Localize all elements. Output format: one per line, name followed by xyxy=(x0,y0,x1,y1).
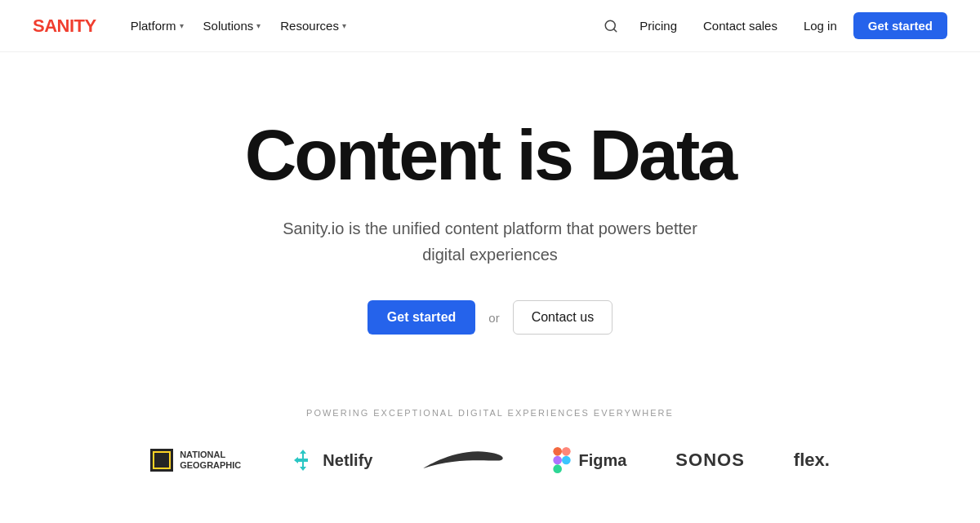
svg-point-6 xyxy=(562,456,571,465)
netlify-text: Netlify xyxy=(323,451,372,470)
search-button[interactable] xyxy=(599,14,623,38)
nav-solutions-label: Solutions xyxy=(203,19,254,33)
contact-sales-link[interactable]: Contact sales xyxy=(693,14,787,38)
nav-platform-label: Platform xyxy=(131,19,176,33)
natgeo-icon xyxy=(150,449,173,472)
nike-logo xyxy=(421,444,503,476)
nike-swoosh-icon xyxy=(421,444,503,476)
netlify-icon xyxy=(290,447,316,473)
figma-logo: Figma xyxy=(552,447,626,473)
hero-actions: Get started or Contact us xyxy=(368,300,612,335)
chevron-down-icon: ▾ xyxy=(342,21,346,30)
login-link[interactable]: Log in xyxy=(794,14,847,38)
contact-us-button[interactable]: Contact us xyxy=(513,300,612,335)
nav-item-resources[interactable]: Resources ▾ xyxy=(272,14,354,38)
figma-icon xyxy=(552,447,572,473)
nav-resources-label: Resources xyxy=(280,19,339,33)
get-started-button-header[interactable]: Get started xyxy=(853,12,947,39)
logos-section: POWERING EXCEPTIONAL DIGITAL EXPERIENCES… xyxy=(0,383,980,509)
nav-item-platform[interactable]: Platform ▾ xyxy=(122,14,192,38)
national-geographic-logo: NATIONALGEOGRAPHIC xyxy=(150,449,241,472)
logos-label: POWERING EXCEPTIONAL DIGITAL EXPERIENCES… xyxy=(33,408,947,418)
pricing-link[interactable]: Pricing xyxy=(630,14,687,38)
sonos-text: SONOS xyxy=(675,450,744,471)
or-text: or xyxy=(488,311,499,325)
header-right: Pricing Contact sales Log in Get started xyxy=(599,12,947,39)
nav-item-solutions[interactable]: Solutions ▾ xyxy=(195,14,270,38)
svg-rect-5 xyxy=(554,465,563,474)
chevron-down-icon: ▾ xyxy=(256,21,261,30)
sonos-logo: SONOS xyxy=(675,450,744,471)
netlify-logo: Netlify xyxy=(290,447,372,473)
header: SANITY Platform ▾ Solutions ▾ Resources … xyxy=(0,0,980,52)
hero-section: Content is Data Sanity.io is the unified… xyxy=(0,52,980,383)
flex-logo: flex. xyxy=(794,450,830,471)
svg-rect-2 xyxy=(554,447,563,456)
natgeo-text: NATIONALGEOGRAPHIC xyxy=(180,450,241,471)
chevron-down-icon: ▾ xyxy=(180,21,184,30)
search-icon xyxy=(604,19,618,33)
logos-row: NATIONALGEOGRAPHIC Netlify xyxy=(33,444,947,476)
flex-text: flex. xyxy=(794,450,830,471)
svg-line-1 xyxy=(614,29,617,31)
logo[interactable]: SANITY xyxy=(33,16,96,37)
header-left: SANITY Platform ▾ Solutions ▾ Resources … xyxy=(33,14,354,38)
hero-subtitle: Sanity.io is the unified content platfor… xyxy=(278,215,702,268)
get-started-button-hero[interactable]: Get started xyxy=(368,300,475,335)
figma-text: Figma xyxy=(578,451,626,470)
svg-rect-3 xyxy=(562,447,571,456)
hero-title: Content is Data xyxy=(245,117,735,193)
svg-rect-4 xyxy=(554,456,563,465)
main-nav: Platform ▾ Solutions ▾ Resources ▾ xyxy=(122,14,354,38)
